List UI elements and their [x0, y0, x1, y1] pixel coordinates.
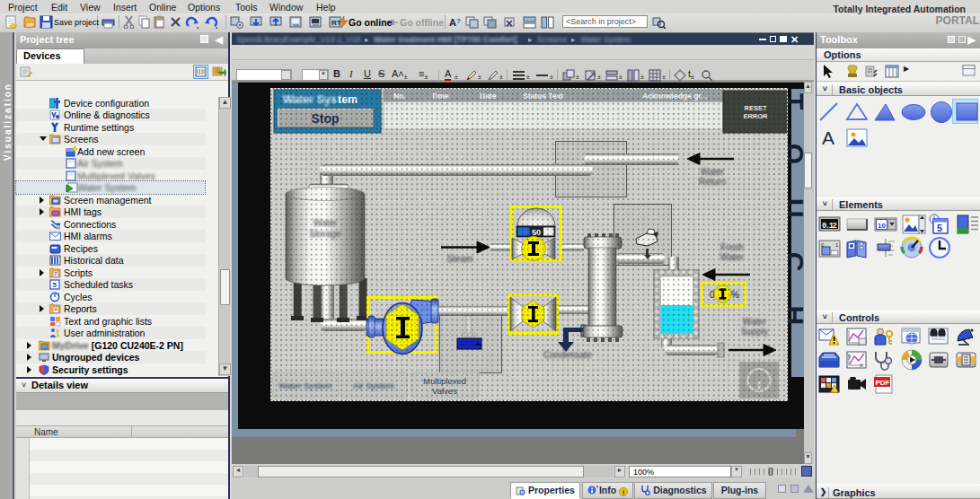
- svg-text:10: 10: [878, 222, 886, 230]
- svg-text:?: ?: [456, 17, 461, 25]
- svg-text:5: 5: [53, 281, 57, 289]
- svg-text:5: 5: [937, 223, 942, 233]
- svg-text:A: A: [449, 17, 456, 28]
- svg-text:0.12: 0.12: [822, 222, 837, 231]
- svg-text:A: A: [822, 127, 834, 147]
- svg-text:PDF: PDF: [876, 379, 890, 387]
